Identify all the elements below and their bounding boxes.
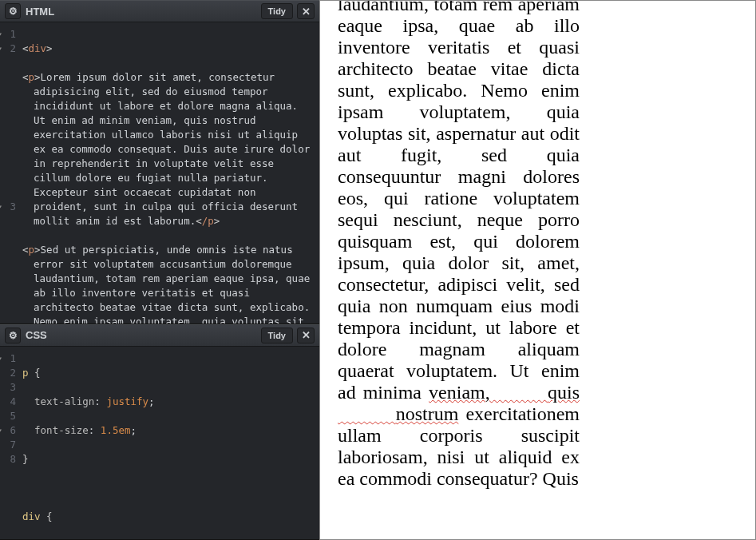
tidy-button[interactable]: Tidy [261,328,293,343]
css-panel-header: ⚙ CSS Tidy ✕ [0,324,319,347]
html-panel-header: ⚙ HTML Tidy ✕ [0,0,319,22]
css-code[interactable]: p { text-align: justify; font-size: 1.5e… [19,347,319,539]
html-editor[interactable]: 1 2 3 <div> <p>Lorem ipsum dolor sit ame… [0,22,319,324]
tidy-button[interactable]: Tidy [261,3,293,19]
editor-column: ⚙ HTML Tidy ✕ 1 2 3 <div> <p>Lorem ipsum… [0,0,319,540]
css-gutter: 1 2 3 4 5 6 7 8 [0,347,19,539]
app-root: ⚙ HTML Tidy ✕ 1 2 3 <div> <p>Lorem ipsum… [0,0,756,540]
close-icon[interactable]: ✕ [297,328,315,343]
gear-icon[interactable]: ⚙ [5,328,21,343]
css-panel: ⚙ CSS Tidy ✕ 1 2 3 4 5 6 7 8 p { text-al… [0,324,319,540]
css-panel-title: CSS [26,329,257,341]
html-code[interactable]: <div> <p>Lorem ipsum dolor sit amet, con… [19,22,319,324]
preview-content: anim id est laborum. Sed ut perspiciatis… [320,0,755,405]
html-gutter: 1 2 3 [0,22,19,324]
css-editor[interactable]: 1 2 3 4 5 6 7 8 p { text-align: justify;… [0,347,319,539]
close-icon[interactable]: ✕ [297,3,315,19]
preview-pane: anim id est laborum. Sed ut perspiciatis… [319,0,756,540]
gear-icon[interactable]: ⚙ [5,3,21,19]
html-panel: ⚙ HTML Tidy ✕ 1 2 3 <div> <p>Lorem ipsum… [0,0,319,324]
html-panel-title: HTML [26,6,257,18]
preview-para-2: Sed ut perspiciatis, unde omnis iste nat… [338,0,580,490]
